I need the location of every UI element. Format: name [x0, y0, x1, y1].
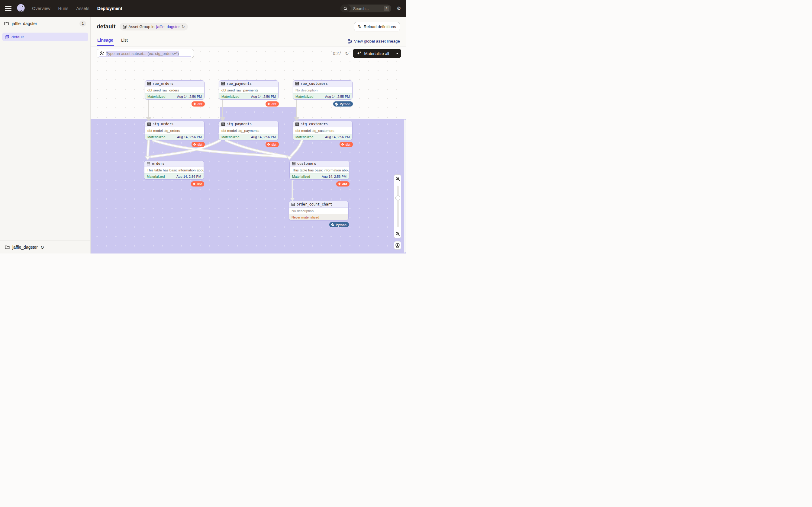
table-icon — [292, 162, 295, 165]
asset-node-customers[interactable]: customers This table has basic informati… — [289, 160, 349, 180]
primary-nav: Overview Runs Assets Deployment — [32, 6, 122, 11]
dbt-badge: dbt — [336, 181, 350, 186]
python-logo-icon — [331, 223, 335, 227]
python-badge: Python — [329, 222, 349, 227]
nav-item-assets[interactable]: Assets — [76, 6, 89, 11]
reload-icon: ↻ — [358, 24, 361, 29]
dbt-logo-icon — [193, 143, 196, 146]
asset-node-stg-orders[interactable]: stg_orders dbt model stg_orders Material… — [145, 121, 205, 140]
dagster-logo-icon[interactable] — [16, 3, 27, 14]
table-icon — [295, 122, 299, 126]
asset-subset-placeholder: Type an asset subset... (ex: stg_orders+… — [106, 51, 179, 56]
materialize-all-button[interactable]: ✦✦ Materialize all — [353, 49, 401, 58]
tab-lineage[interactable]: Lineage — [97, 36, 114, 46]
zoom-slider-rail — [397, 186, 399, 227]
nav-item-deployment[interactable]: Deployment — [97, 6, 122, 11]
reload-repo-icon[interactable]: ↻ — [41, 245, 44, 249]
asset-node-raw-payments[interactable]: raw_payments dbt seed raw_payments Mater… — [219, 80, 278, 100]
graph-toolbar: Type an asset subset... (ex: stg_orders+… — [97, 49, 401, 58]
zoom-out-icon — [395, 232, 400, 236]
view-global-asset-lineage-link[interactable]: View global asset lineage — [348, 39, 400, 44]
dbt-logo-icon — [267, 143, 270, 146]
asset-group-icon — [5, 35, 9, 39]
dbt-badge: dbt — [191, 181, 204, 186]
search-placeholder: Search... — [353, 6, 369, 11]
asset-node-raw-customers[interactable]: raw_customers No description Materialize… — [293, 80, 353, 100]
footer-repo-name: jaffle_dagster — [12, 245, 38, 249]
page-title: default — [97, 23, 115, 30]
sidebar-footer: jaffle_dagster ↻ — [0, 240, 90, 253]
asset-node-orders[interactable]: orders This table has basic information … — [144, 160, 204, 180]
dbt-badge: dbt — [340, 142, 353, 147]
dbt-badge: dbt — [265, 101, 279, 107]
asset-node-raw-orders[interactable]: raw_orders dbt seed raw_orders Materiali… — [145, 80, 205, 100]
dbt-logo-icon — [341, 143, 344, 146]
asset-node-stg-customers[interactable]: stg_customers dbt model stg_customers Ma… — [293, 121, 353, 140]
dbt-badge: dbt — [265, 142, 279, 147]
asset-graph-filter-icon — [100, 51, 104, 56]
lineage-canvas[interactable]: Type an asset subset... (ex: stg_orders+… — [91, 47, 406, 253]
settings-gear-icon[interactable]: ⚙ — [397, 6, 401, 11]
top-nav: Overview Runs Assets Deployment Search..… — [0, 0, 406, 17]
asset-group-pill-text: Asset Group in — [129, 24, 154, 29]
search-shortcut-key: / — [384, 6, 389, 11]
nav-item-runs[interactable]: Runs — [58, 6, 68, 11]
page-header: default Asset Group in jaffle_dagster ↻ … — [91, 17, 406, 36]
table-icon — [221, 122, 225, 126]
repo-name: jaffle_dagster — [12, 21, 37, 26]
dbt-badge: dbt — [192, 101, 205, 107]
chevron-down-icon — [396, 53, 398, 54]
sidebar-item-label: default — [11, 35, 24, 39]
dbt-badge: dbt — [192, 142, 205, 147]
zoom-out-button[interactable] — [394, 230, 401, 238]
dbt-logo-icon — [193, 102, 196, 106]
sidebar-repo-row[interactable]: jaffle_dagster 1 — [0, 17, 90, 30]
tabs-bar: Lineage List View global asset lineage — [91, 36, 406, 47]
nav-item-overview[interactable]: Overview — [32, 6, 50, 11]
refresh-graph-icon[interactable]: ↻ — [345, 51, 349, 56]
reload-definitions-button[interactable]: ↻ Reload definitions — [354, 22, 400, 32]
folder-icon — [4, 21, 9, 25]
table-icon — [147, 122, 151, 126]
materialize-dropdown-button[interactable] — [393, 49, 401, 58]
asset-node-order-count-chart[interactable]: order_count_chart No description Never m… — [289, 201, 349, 220]
zoom-controls — [394, 174, 401, 249]
search-icon — [341, 5, 351, 12]
dbt-logo-icon — [192, 182, 196, 186]
download-graph-button[interactable] — [394, 241, 401, 249]
python-badge: Python — [333, 101, 353, 107]
zoom-slider[interactable] — [394, 183, 401, 230]
table-icon — [147, 82, 151, 86]
tab-list[interactable]: List — [120, 36, 129, 46]
python-logo-icon — [335, 102, 338, 106]
table-icon — [147, 162, 150, 165]
canvas-scrollbar[interactable] — [404, 119, 406, 252]
asset-group-icon — [123, 25, 126, 29]
menu-icon[interactable] — [5, 6, 11, 11]
table-icon — [295, 82, 299, 86]
table-icon — [221, 82, 225, 86]
table-icon — [292, 203, 295, 206]
sidebar-item-default-group[interactable]: default — [2, 33, 88, 41]
asset-group-pill: Asset Group in jaffle_dagster ↻ — [120, 23, 188, 31]
zoom-slider-thumb[interactable] — [395, 195, 400, 201]
zoom-in-icon — [395, 176, 400, 181]
refresh-group-icon[interactable]: ↻ — [182, 24, 185, 29]
zoom-in-button[interactable] — [394, 174, 401, 183]
folder-icon — [5, 245, 10, 249]
asset-node-stg-payments[interactable]: stg_payments dbt model stg_payments Mate… — [219, 121, 278, 140]
sidebar: jaffle_dagster 1 default jaffle_dagster … — [0, 17, 91, 253]
sparkle-icon: ✦✦ — [357, 51, 362, 55]
dbt-logo-icon — [338, 182, 341, 186]
asset-group-repo-link[interactable]: jaffle_dagster — [156, 24, 180, 29]
asset-subset-input[interactable]: Type an asset subset... (ex: stg_orders+… — [97, 49, 194, 58]
repo-count-badge: 1 — [80, 20, 86, 26]
dbt-logo-icon — [267, 102, 270, 106]
selection-region-upper — [220, 107, 296, 119]
download-icon — [395, 243, 400, 248]
filter-highlight-bar — [99, 56, 191, 57]
search-input[interactable]: Search... / — [341, 5, 391, 12]
refresh-timer: 0:27 — [333, 51, 341, 56]
lineage-graph-icon — [348, 39, 352, 44]
